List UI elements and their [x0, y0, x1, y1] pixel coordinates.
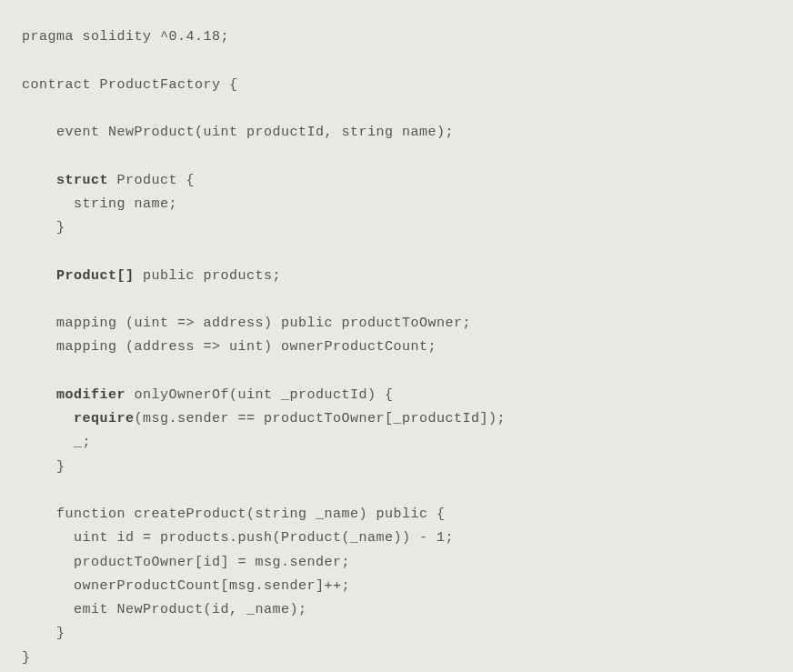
- code-line: ownerProductCount[msg.sender]++;: [22, 578, 350, 594]
- code-line: function createProduct(string _name) pub…: [22, 507, 446, 522]
- code-line: struct Product {: [22, 173, 195, 188]
- code-line: modifier onlyOwnerOf(uint _productId) {: [22, 387, 394, 403]
- code-line: Product[] public products;: [22, 268, 281, 284]
- code-line: _;: [22, 435, 91, 450]
- code-line: string name;: [22, 196, 177, 212]
- code-line: event NewProduct(uint productId, string …: [22, 125, 454, 140]
- code-line: pragma solidity ^0.4.18;: [22, 29, 229, 45]
- code-line: productToOwner[id] = msg.sender;: [22, 555, 350, 570]
- code-line: }: [22, 459, 65, 475]
- code-block: pragma solidity ^0.4.18; contract Produc…: [22, 25, 771, 670]
- code-line: emit NewProduct(id, _name);: [22, 602, 307, 617]
- code-line: contract ProductFactory {: [22, 77, 238, 93]
- code-line: require(msg.sender == productToOwner[_pr…: [22, 411, 506, 426]
- keyword-modifier: modifier: [56, 387, 125, 403]
- code-line: }: [22, 650, 31, 666]
- type-product-array: Product[]: [56, 268, 135, 284]
- code-line: }: [22, 220, 65, 236]
- code-line: mapping (uint => address) public product…: [22, 316, 471, 331]
- code-line: }: [22, 626, 65, 641]
- code-line: mapping (address => uint) ownerProductCo…: [22, 339, 437, 355]
- keyword-require: require: [74, 411, 135, 426]
- code-line: uint id = products.push(Product(_name)) …: [22, 530, 454, 546]
- keyword-struct: struct: [56, 173, 108, 188]
